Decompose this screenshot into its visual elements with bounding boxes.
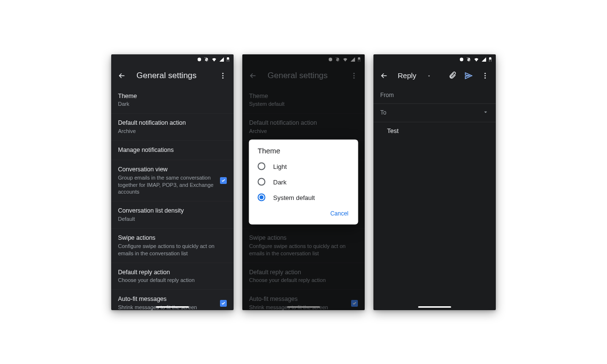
svg-point-0 [222,73,224,74]
notifications-off-icon [204,57,209,62]
setting-item[interactable]: ThemeDark [111,87,234,114]
dialog-title: Theme [249,147,358,159]
alarm-icon [459,57,464,62]
reply-label: Reply [398,71,416,80]
setting-item[interactable]: Conversation viewGroup emails in the sam… [111,160,234,201]
page-title: General settings [136,71,208,81]
setting-item[interactable]: Default reply actionChoose your default … [111,263,234,290]
wifi-icon [473,57,479,62]
from-field[interactable]: From [373,87,496,104]
back-button[interactable] [115,69,129,83]
checkbox[interactable] [220,177,227,184]
theme-dialog: Theme LightDarkSystem default Cancel [249,140,358,225]
signal-icon [219,57,224,62]
signal-icon [481,57,487,62]
alarm-icon [197,57,202,62]
setting-subtitle: Group emails in the same conversation to… [118,174,216,196]
dropdown-arrow-icon [427,71,431,80]
nav-handle[interactable] [156,306,189,308]
dialog-actions: Cancel [249,205,358,222]
theme-option-label: System default [273,194,315,201]
reply-type-dropdown[interactable]: Reply [394,71,442,80]
screenshot-compose-reply: Reply From To Test [373,54,496,310]
theme-option[interactable]: Dark [249,174,358,190]
status-bar [111,54,234,65]
radio-button[interactable] [258,163,266,170]
notifications-off-icon [466,57,472,62]
battery-icon [489,57,492,62]
to-label: To [380,109,399,116]
screenshot-general-settings: General settings ThemeDarkDefault notifi… [111,54,234,310]
overflow-menu[interactable] [478,69,492,83]
setting-title: Swipe actions [118,234,227,242]
cancel-button[interactable]: Cancel [326,208,352,219]
status-bar [373,54,496,65]
setting-subtitle: Dark [118,100,227,108]
setting-title: Manage notifications [118,146,227,154]
screenshot-theme-dialog: General settings ThemeSystem defaultDefa… [242,54,365,310]
app-bar: General settings [111,65,234,87]
setting-subtitle: Choose your default reply action [118,277,227,284]
battery-icon [226,57,230,62]
svg-point-2 [222,77,224,79]
svg-point-1 [222,75,224,76]
setting-subtitle: Archive [118,128,227,135]
setting-title: Conversation list density [118,207,227,215]
overflow-menu[interactable] [216,69,230,83]
setting-item[interactable]: Conversation list densityDefault [111,201,234,229]
settings-list: ThemeDarkDefault notification actionArch… [111,87,234,310]
expand-recipients-icon[interactable] [482,109,489,117]
setting-title: Default reply action [118,268,227,277]
setting-subtitle: Default [118,215,227,223]
setting-subtitle: Configure swipe actions to quickly act o… [118,243,227,257]
back-button[interactable] [377,69,391,83]
theme-option[interactable]: System default [249,190,358,205]
compose-app-bar: Reply [373,65,496,87]
send-button[interactable] [462,69,475,83]
to-field[interactable]: To [373,104,496,122]
subject-text: Test [387,127,399,134]
svg-point-6 [485,73,486,74]
attach-button[interactable] [445,69,459,83]
theme-option[interactable]: Light [249,159,358,174]
setting-title: Auto-fit messages [118,295,216,303]
radio-button[interactable] [258,194,266,201]
subject-field[interactable]: Test [373,122,496,139]
svg-point-7 [485,75,486,76]
setting-title: Default notification action [118,119,227,127]
setting-item[interactable]: Default notification actionArchive [111,114,234,141]
setting-item[interactable]: Manage notifications [111,141,234,160]
wifi-icon [211,57,217,62]
theme-option-label: Light [273,163,287,170]
radio-button[interactable] [258,178,266,186]
setting-title: Conversation view [118,165,216,174]
theme-option-label: Dark [273,178,287,185]
checkbox[interactable] [220,300,227,307]
svg-point-8 [485,77,486,79]
nav-handle[interactable] [418,306,451,308]
setting-item[interactable]: Swipe actionsConfigure swipe actions to … [111,229,234,263]
from-label: From [380,92,399,99]
setting-title: Theme [118,92,227,100]
